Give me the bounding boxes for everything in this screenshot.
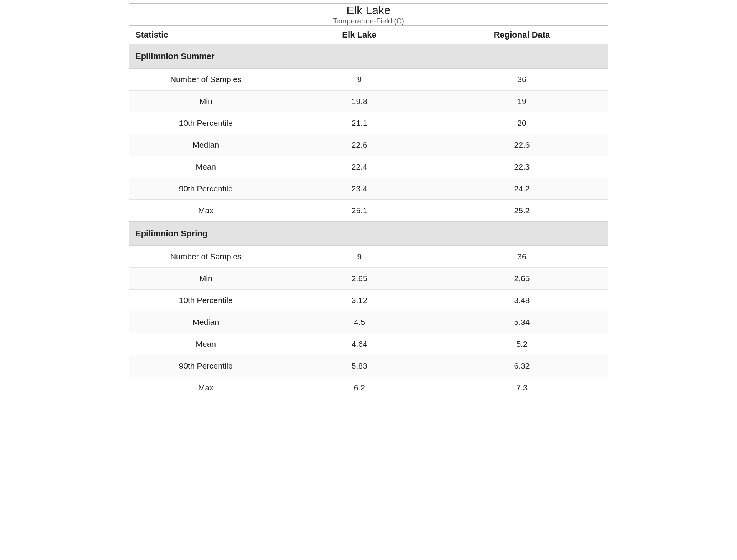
lake-value: 5.83 xyxy=(283,355,436,377)
regional-value: 20 xyxy=(436,112,608,134)
regional-value: 3.48 xyxy=(436,290,608,311)
section-header: Epilimnion Summer xyxy=(129,44,608,69)
table-row: Min2.652.65 xyxy=(129,268,608,290)
lake-value: 6.2 xyxy=(283,377,436,399)
table-row: Max25.125.2 xyxy=(129,200,608,222)
table-row: Mean22.422.3 xyxy=(129,156,608,178)
table-row: 10th Percentile21.120 xyxy=(129,112,608,134)
stat-label: Max xyxy=(129,200,283,222)
lake-value: 25.1 xyxy=(283,200,436,222)
column-header-row: Statistic Elk Lake Regional Data xyxy=(129,26,608,44)
table-title: Elk Lake xyxy=(129,4,608,17)
table-row: Median4.55.34 xyxy=(129,311,608,333)
table-row: 90th Percentile5.836.32 xyxy=(129,355,608,377)
table-row: Number of Samples936 xyxy=(129,69,608,91)
lake-value: 21.1 xyxy=(283,112,436,134)
stat-label: Min xyxy=(129,268,283,290)
table-row: Median22.622.6 xyxy=(129,134,608,156)
lake-value: 2.65 xyxy=(283,268,436,290)
stat-label: Min xyxy=(129,91,283,112)
lake-value: 9 xyxy=(283,246,436,268)
stat-label: Number of Samples xyxy=(129,246,283,268)
lake-value: 19.8 xyxy=(283,91,436,112)
regional-value: 5.34 xyxy=(436,311,608,333)
lake-value: 3.12 xyxy=(283,290,436,311)
stat-label: Median xyxy=(129,311,283,333)
lake-value: 23.4 xyxy=(283,178,436,200)
section-header-label: Epilimnion Summer xyxy=(129,44,608,69)
stat-label: 90th Percentile xyxy=(129,355,283,377)
stat-label: Mean xyxy=(129,156,283,178)
regional-value: 7.3 xyxy=(436,377,608,399)
column-header-lake: Elk Lake xyxy=(283,26,436,44)
section-header: Epilimnion Spring xyxy=(129,222,608,246)
regional-value: 36 xyxy=(436,69,608,91)
table-row: 10th Percentile3.123.48 xyxy=(129,290,608,311)
table-subtitle: Temperature-Field (C) xyxy=(129,17,608,26)
lake-value: 22.6 xyxy=(283,134,436,156)
lake-value: 4.64 xyxy=(283,333,436,355)
regional-value: 22.6 xyxy=(436,134,608,156)
stats-table: Elk Lake Temperature-Field (C) Statistic… xyxy=(129,3,608,399)
stat-label: Mean xyxy=(129,333,283,355)
regional-value: 2.65 xyxy=(436,268,608,290)
regional-value: 19 xyxy=(436,91,608,112)
regional-value: 5.2 xyxy=(436,333,608,355)
stat-label: 10th Percentile xyxy=(129,112,283,134)
column-header-regional: Regional Data xyxy=(436,26,608,44)
table-row: Min19.819 xyxy=(129,91,608,112)
stat-label: 10th Percentile xyxy=(129,290,283,311)
lake-value: 9 xyxy=(283,69,436,91)
table-row: Number of Samples936 xyxy=(129,246,608,268)
column-header-statistic: Statistic xyxy=(129,26,283,44)
lake-value: 22.4 xyxy=(283,156,436,178)
regional-value: 25.2 xyxy=(436,200,608,222)
regional-value: 22.3 xyxy=(436,156,608,178)
table-row: 90th Percentile23.424.2 xyxy=(129,178,608,200)
table-row: Max6.27.3 xyxy=(129,377,608,399)
regional-value: 24.2 xyxy=(436,178,608,200)
regional-value: 36 xyxy=(436,246,608,268)
stat-label: 90th Percentile xyxy=(129,178,283,200)
stat-label: Median xyxy=(129,134,283,156)
regional-value: 6.32 xyxy=(436,355,608,377)
stat-label: Number of Samples xyxy=(129,69,283,91)
stat-label: Max xyxy=(129,377,283,399)
section-header-label: Epilimnion Spring xyxy=(129,222,608,246)
table-row: Mean4.645.2 xyxy=(129,333,608,355)
lake-value: 4.5 xyxy=(283,311,436,333)
